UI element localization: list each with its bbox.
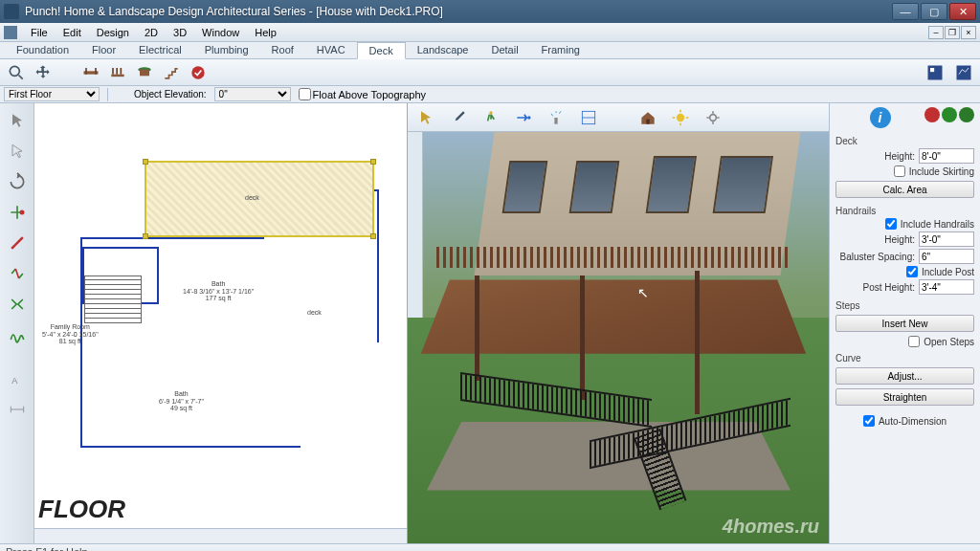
pan-icon[interactable] <box>31 61 56 84</box>
menu-2d[interactable]: 2D <box>137 25 166 40</box>
skirting-checkbox[interactable] <box>894 165 905 177</box>
decorator-icons[interactable] <box>924 107 974 128</box>
info-icon[interactable]: i <box>870 107 891 128</box>
red-chair-icon[interactable] <box>924 107 940 122</box>
fly-icon[interactable] <box>511 106 536 129</box>
floorplan-3d-icon[interactable] <box>576 106 601 129</box>
svg-rect-23 <box>554 118 557 124</box>
titlebar: Punch! Home & Landscape Design Architect… <box>0 0 980 23</box>
handrail-height-input[interactable] <box>919 231 974 247</box>
tab-floor[interactable]: Floor <box>80 42 127 58</box>
calc-area-button[interactable]: Calc. Area <box>835 181 974 198</box>
text-icon[interactable]: A <box>4 365 31 392</box>
straighten-button[interactable]: Straighten <box>835 388 974 406</box>
menu-window[interactable]: Window <box>194 25 247 40</box>
maximize-button[interactable]: ▢ <box>921 3 947 20</box>
open-steps-checkbox[interactable] <box>908 336 920 347</box>
open-steps-label: Open Steps <box>924 337 974 347</box>
dimension-icon[interactable] <box>4 396 31 423</box>
sun-icon[interactable] <box>668 106 693 129</box>
scrollbar-2d-h[interactable] <box>34 528 407 543</box>
handrail-height-label: Height: <box>884 234 915 245</box>
hedge-icon[interactable] <box>4 321 31 348</box>
workarea: A deck deck Bath 14'-8 3/16" x 13'-7 1/1… <box>0 103 980 543</box>
room-bath2-label: Bath 6'-9 1/4" x 7'-7" 49 sq ft <box>159 390 204 412</box>
app-icon <box>4 4 19 19</box>
post-height-label: Post Height: <box>863 282 915 293</box>
tab-landscape[interactable]: Landscape <box>406 42 480 58</box>
room-family-label: Family Room 5'-4" x 24'-0 15/16" 81 sq f… <box>42 323 99 345</box>
minimize-button[interactable]: — <box>892 3 919 20</box>
tab-hvac[interactable]: HVAC <box>305 42 357 58</box>
menu-file[interactable]: File <box>23 25 56 40</box>
svg-point-21 <box>489 111 492 114</box>
sprinkler-icon[interactable] <box>544 106 568 129</box>
deck-height-input[interactable] <box>919 148 974 164</box>
house-3d-icon[interactable] <box>635 106 660 129</box>
app-menu-icon[interactable] <box>4 26 17 39</box>
rotate-icon[interactable] <box>4 168 31 195</box>
svg-rect-4 <box>95 68 97 75</box>
trim-tool-icon[interactable] <box>186 61 211 84</box>
view-3d-icon[interactable] <box>951 61 976 84</box>
floor-text: FLOOR <box>38 495 125 524</box>
select-icon[interactable] <box>4 138 31 165</box>
eyedropper-icon[interactable] <box>446 106 471 129</box>
tab-detail[interactable]: Detail <box>479 42 529 58</box>
break-icon[interactable] <box>4 260 31 287</box>
auto-dimension-checkbox[interactable] <box>863 415 875 427</box>
close-button[interactable]: ✕ <box>949 3 976 20</box>
walk-icon[interactable] <box>479 106 503 129</box>
tab-deck[interactable]: Deck <box>357 42 406 59</box>
deck2-label: deck <box>307 309 322 317</box>
mirror-icon[interactable] <box>4 291 31 318</box>
mdi-minimize-button[interactable]: – <box>928 26 944 39</box>
mdi-close-button[interactable]: × <box>961 26 976 39</box>
include-handrails-checkbox[interactable] <box>885 218 897 230</box>
elevation-input[interactable]: 0" <box>214 87 291 101</box>
tab-plumbing[interactable]: Plumbing <box>193 42 260 58</box>
menu-design[interactable]: Design <box>89 25 137 40</box>
gear-icon[interactable] <box>701 106 725 129</box>
stairs-tool-icon[interactable] <box>159 61 184 84</box>
float-checkbox[interactable] <box>299 88 311 100</box>
line-icon[interactable] <box>4 230 31 256</box>
view-3d[interactable]: ↖ 4homes.ru <box>408 132 829 543</box>
tab-electrical[interactable]: Electrical <box>127 42 193 58</box>
menu-help[interactable]: Help <box>247 25 284 40</box>
section-steps: Steps <box>835 300 974 311</box>
view-2d-icon[interactable] <box>923 61 947 84</box>
deck-label: deck <box>245 194 259 202</box>
view-2d[interactable]: deck deck Bath 14'-8 3/16" x 13'-7 1/16"… <box>34 103 407 528</box>
planter-tool-icon[interactable] <box>132 61 157 84</box>
svg-point-27 <box>677 113 684 121</box>
menu-edit[interactable]: Edit <box>56 25 89 40</box>
include-post-checkbox[interactable] <box>906 266 918 277</box>
tab-framing[interactable]: Framing <box>530 42 591 58</box>
svg-rect-26 <box>646 119 649 123</box>
tab-roof[interactable]: Roof <box>260 42 305 58</box>
deck-selection[interactable] <box>145 161 374 237</box>
mdi-restore-button[interactable]: ❐ <box>945 26 960 39</box>
baluster-spacing-input[interactable] <box>919 249 974 264</box>
post-height-input[interactable] <box>919 279 974 295</box>
svg-point-15 <box>19 210 24 215</box>
statusbar: Press F1 for Help <box>0 543 980 551</box>
menu-3d[interactable]: 3D <box>166 25 194 40</box>
float-checkbox-label[interactable]: Float Above Topography <box>299 88 426 100</box>
tree-icon[interactable] <box>959 107 974 122</box>
deck-tool-icon[interactable] <box>78 61 103 84</box>
svg-point-32 <box>710 114 717 121</box>
insert-step-button[interactable]: Insert New <box>835 315 974 332</box>
tab-foundation[interactable]: Foundation <box>5 42 80 58</box>
pointer-3d-icon[interactable] <box>413 106 438 129</box>
move-icon[interactable] <box>4 199 31 226</box>
pane-3d: ↖ 4homes.ru <box>408 103 829 543</box>
floor-selector[interactable]: First Floor <box>4 87 100 101</box>
green-chair-icon[interactable] <box>942 107 957 122</box>
zoom-icon[interactable] <box>4 61 29 84</box>
vertical-toolbar: A <box>0 103 34 543</box>
railing-tool-icon[interactable] <box>105 61 130 84</box>
adjust-button[interactable]: Adjust... <box>835 367 974 385</box>
pointer-icon[interactable] <box>4 107 31 134</box>
